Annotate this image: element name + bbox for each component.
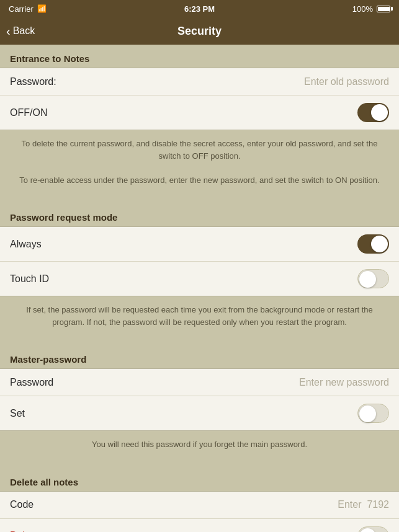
entrance-info-text: To delete the current password, and disa… [0,130,399,193]
delete-toggle[interactable] [357,526,389,533]
section-header-delete: Delete all notes [0,468,399,491]
toggle-knob [359,406,376,422]
battery-icon [377,6,390,12]
carrier-label: Carrier [9,4,34,14]
entrance-to-notes-section: Password: OFF/ON [0,68,399,130]
back-label: Back [13,25,35,37]
always-toggle[interactable] [357,234,389,254]
password-mode-info-text: If set, the password will be requested e… [0,296,399,335]
touchid-toggle[interactable] [357,269,389,288]
password-request-mode-section: Always Touch ID [0,226,399,296]
table-row: Touch ID [0,262,399,296]
table-row: Delete [0,519,399,533]
toggle-knob [371,104,388,121]
table-row: Always [0,227,399,262]
table-row: Password: [0,68,399,95]
status-time: 6:23 PM [184,4,215,14]
table-row: Code [0,492,399,519]
page-title: Security [177,25,222,38]
table-row: Password [0,369,399,396]
touchid-label: Touch ID [10,273,49,285]
nav-bar: ‹ Back Security [0,17,399,45]
code-input[interactable] [34,499,389,510]
status-right: 100% [352,4,390,14]
spacer [0,193,399,203]
table-row: Set [0,396,399,430]
master-password-label: Password [10,377,53,388]
toggle-knob [359,528,376,533]
wifi-icon: 📶 [37,4,47,13]
toggle-knob [371,236,388,252]
master-password-input[interactable] [53,377,389,388]
status-bar: Carrier 📶 6:23 PM 100% [0,0,399,17]
spacer [0,335,399,345]
back-button[interactable]: ‹ Back [6,25,35,37]
table-row: OFF/ON [0,95,399,130]
set-toggle[interactable] [357,404,389,423]
offon-toggle[interactable] [357,103,389,122]
section-header-password-mode: Password request mode [0,203,399,226]
old-password-input[interactable] [56,76,389,87]
always-label: Always [10,239,42,250]
content-scroll: Entrance to Notes Password: OFF/ON To de… [0,45,399,532]
offon-label: OFF/ON [10,107,47,118]
section-header-entrance: Entrance to Notes [0,45,399,68]
master-password-info-text: You will need this password if you forge… [0,431,399,458]
spacer [0,458,399,468]
status-left: Carrier 📶 [9,4,47,14]
section-header-master: Master-password [0,345,399,368]
password-label: Password: [10,76,56,87]
code-label: Code [10,499,34,510]
master-password-section: Password Set [0,368,399,431]
set-label: Set [10,408,25,419]
battery-label: 100% [352,4,373,14]
toggle-knob [359,271,376,288]
delete-all-notes-section: Code Delete [0,491,399,533]
back-chevron-icon: ‹ [6,25,11,37]
